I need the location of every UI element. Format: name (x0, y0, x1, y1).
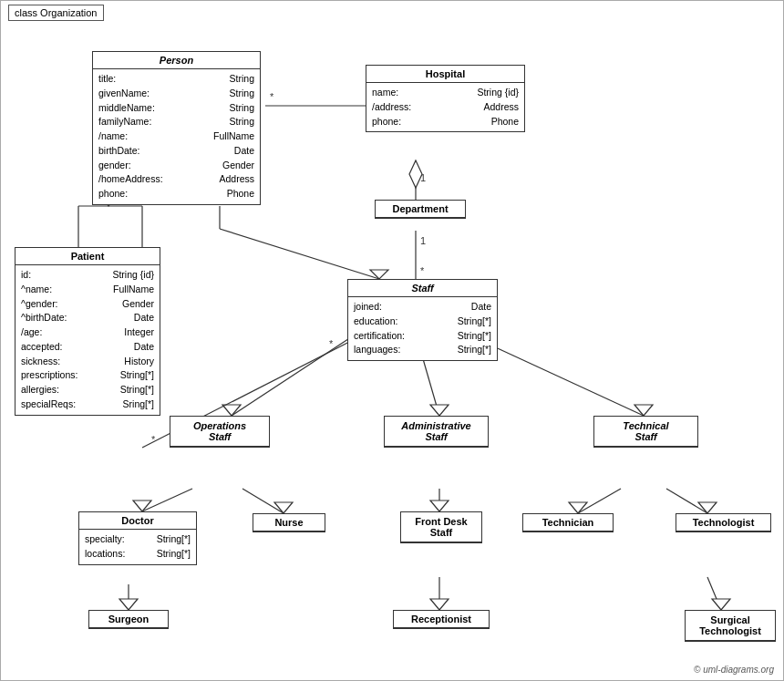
svg-text:*: * (151, 434, 156, 445)
patient-attrs: id:String {id} ^name:FullName ^gender:Ge… (15, 265, 160, 415)
svg-marker-35 (430, 599, 449, 610)
svg-marker-23 (133, 500, 151, 511)
receptionist-title: Receptionist (394, 611, 489, 628)
doctor-title: Doctor (79, 512, 196, 530)
class-hospital: Hospital name:String {id} /address:Addre… (366, 65, 525, 132)
class-administrative-staff: AdministrativeStaff (384, 416, 489, 448)
class-receptionist: Receptionist (393, 610, 490, 629)
person-title: Person (93, 52, 260, 69)
svg-marker-33 (119, 599, 138, 610)
surgeon-title: Surgeon (89, 611, 168, 628)
staff-attrs: joined:Date education:String[*] certific… (348, 297, 497, 360)
operations-staff-title: OperationsStaff (170, 417, 269, 447)
svg-marker-21 (634, 405, 653, 416)
svg-text:1: 1 (420, 172, 426, 183)
svg-text:1: 1 (420, 235, 426, 246)
class-technical-staff: TechnicalStaff (593, 416, 698, 448)
class-front-desk-staff: Front DeskStaff (400, 511, 482, 543)
technical-staff-title: TechnicalStaff (594, 417, 697, 447)
svg-marker-27 (430, 500, 449, 511)
diagram-container: class Organization * 1 * 1 * (0, 0, 784, 681)
svg-marker-25 (274, 502, 293, 513)
front-desk-staff-title: Front DeskStaff (401, 512, 481, 542)
svg-text:*: * (420, 265, 425, 276)
svg-line-14 (220, 229, 379, 279)
technologist-title: Technologist (676, 514, 770, 531)
doctor-attrs: specialty:String[*] locations:String[*] (79, 530, 196, 564)
technician-title: Technician (523, 514, 613, 531)
class-department: Department (375, 200, 466, 219)
class-patient: Patient id:String {id} ^name:FullName ^g… (15, 247, 160, 416)
svg-line-16 (232, 334, 356, 416)
person-attrs: title:String givenName:String middleName… (93, 69, 260, 204)
class-operations-staff: OperationsStaff (170, 416, 270, 448)
class-technologist: Technologist (676, 513, 771, 532)
class-surgeon: Surgeon (88, 610, 169, 629)
hospital-title: Hospital (366, 66, 524, 83)
class-doctor: Doctor specialty:String[*] locations:Str… (78, 511, 197, 565)
svg-marker-37 (712, 599, 730, 610)
svg-line-36 (707, 577, 721, 610)
svg-line-28 (578, 489, 621, 513)
svg-marker-31 (698, 502, 717, 513)
hospital-attrs: name:String {id} /address:Address phone:… (366, 83, 524, 131)
svg-marker-29 (569, 502, 587, 513)
svg-line-24 (242, 489, 284, 513)
svg-line-22 (142, 489, 192, 511)
svg-marker-17 (222, 405, 241, 416)
svg-marker-3 (409, 160, 422, 188)
nurse-title: Nurse (253, 514, 325, 531)
svg-text:*: * (270, 91, 274, 102)
department-title: Department (376, 201, 465, 218)
administrative-staff-title: AdministrativeStaff (385, 417, 488, 447)
class-technician: Technician (522, 513, 614, 532)
class-staff: Staff joined:Date education:String[*] ce… (347, 279, 498, 361)
svg-line-30 (666, 489, 707, 513)
svg-marker-19 (430, 405, 449, 416)
svg-marker-15 (370, 270, 388, 279)
copyright: © uml-diagrams.org (694, 665, 774, 675)
svg-text:*: * (329, 338, 334, 349)
class-surgical-technologist: SurgicalTechnologist (685, 610, 776, 642)
diagram-title: class Organization (8, 5, 104, 21)
class-nurse: Nurse (253, 513, 325, 532)
staff-title: Staff (348, 280, 497, 297)
patient-title: Patient (15, 248, 160, 265)
surgical-technologist-title: SurgicalTechnologist (686, 611, 775, 641)
class-person: Person title:String givenName:String mid… (92, 51, 261, 205)
